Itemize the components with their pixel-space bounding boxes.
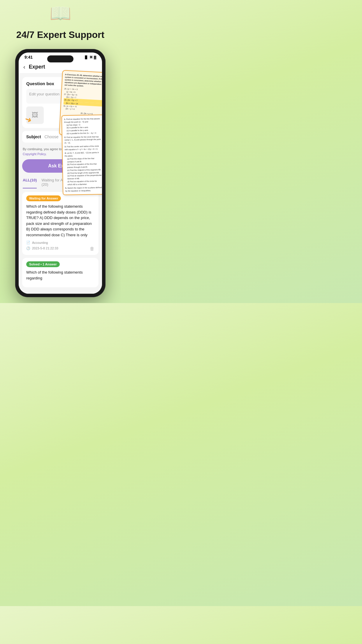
copyright-policy-link[interactable]: Copyright Policy <box>23 152 46 156</box>
clock-icon: 🕐 <box>26 246 30 250</box>
screen-content: In Exercises 25–38, determine whether ea… <box>19 74 102 294</box>
dynamic-island <box>47 55 73 62</box>
legal-prefix: By continuing, you agree to our <box>23 147 68 151</box>
card-1-footer: 🕐 2023-5-8 21:22:33 🗑 <box>26 246 94 251</box>
legal-suffix: . <box>46 152 47 156</box>
math-card-text-2: 1. Find an equation for the line that pa… <box>64 117 102 192</box>
document-icon: 📄 <box>26 241 30 244</box>
question-box-card: In Exercises 25–38, determine whether ea… <box>22 77 99 128</box>
question-card-1: Waiting for Answer Which of the followin… <box>22 192 99 255</box>
hero-title: 24/7 Expert Support <box>9 29 112 40</box>
tab-all[interactable]: ALL(10) <box>23 178 37 188</box>
signal-icon: ▐▌ <box>84 55 88 59</box>
subject-label: Subject <box>26 134 41 139</box>
status-icons: ▐▌ ⌘ ▓ <box>84 55 96 59</box>
card-1-subject: Accounting <box>32 241 48 244</box>
card-2-question: Which of the following statements regard… <box>26 270 94 281</box>
floating-math-card-2: 1. Find an equation for the line that pa… <box>61 115 102 195</box>
app-bar-title: Expert <box>29 64 45 70</box>
book-icon: 📖 <box>50 3 71 24</box>
wifi-icon: ⌘ <box>89 55 93 59</box>
question-card-2: Solved • 1 Answer Which of the following… <box>22 258 99 287</box>
battery-icon: ▓ <box>94 55 96 59</box>
card-1-subject-row: 📄 Accounting <box>26 241 94 244</box>
phone-frame: 9:41 ▐▌ ⌘ ▓ ‹ Expert In <box>15 49 106 297</box>
status-time: 9:41 <box>24 55 33 60</box>
tab-all-label: ALL(10) <box>23 178 37 182</box>
solved-badge: Solved • 1 Answer <box>26 261 60 267</box>
delete-icon[interactable]: 🗑 <box>90 246 94 251</box>
phone-wrapper: 9:41 ▐▌ ⌘ ▓ ‹ Expert In <box>15 49 106 297</box>
image-icon: 🖼 <box>32 111 38 119</box>
card-1-timestamp-row: 🕐 2023-5-8 21:22:33 <box>26 246 58 250</box>
waiting-badge: Waiting for Answer <box>26 195 61 201</box>
card-1-question: Which of the following statements regard… <box>26 204 94 238</box>
card-1-timestamp: 2023-5-8 21:22:33 <box>32 246 58 250</box>
phone-screen: 9:41 ▐▌ ⌘ ▓ ‹ Expert In <box>19 52 102 294</box>
back-button[interactable]: ‹ <box>23 64 25 70</box>
page-header: 📖 24/7 Expert Support <box>0 0 121 46</box>
